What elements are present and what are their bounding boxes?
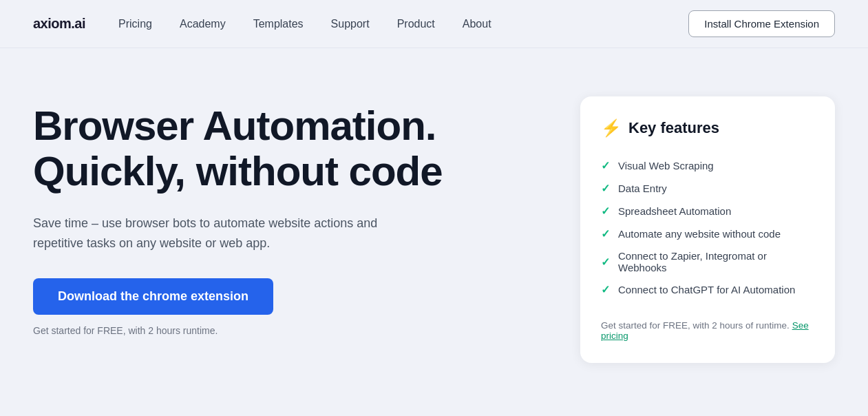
- feature-item: ✓Data Entry: [601, 177, 814, 200]
- feature-item: ✓Spreadsheet Automation: [601, 200, 814, 222]
- nav-links: PricingAcademyTemplatesSupportProductAbo…: [118, 18, 491, 30]
- hero-heading-line2: Quickly, without code: [33, 148, 443, 194]
- card-footer: Get started for FREE, with 2 hours of ru…: [601, 320, 814, 341]
- nav-link-templates[interactable]: Templates: [253, 18, 304, 30]
- feature-label: Automate any website without code: [618, 228, 781, 240]
- check-icon: ✓: [601, 283, 610, 296]
- check-icon: ✓: [601, 182, 610, 195]
- feature-item: ✓Visual Web Scraping: [601, 154, 814, 177]
- footer-text: Get started for FREE, with 2 hours of ru…: [601, 320, 790, 331]
- check-icon: ✓: [601, 205, 610, 218]
- feature-label: Connect to Zapier, Integromat or Webhook…: [618, 250, 814, 273]
- nav-link-support[interactable]: Support: [331, 18, 370, 30]
- free-label: Get started for FREE, with 2 hours runti…: [33, 325, 218, 336]
- check-icon: ✓: [601, 227, 610, 240]
- nav-link-about[interactable]: About: [463, 18, 491, 30]
- hero-heading: Browser Automation. Quickly, without cod…: [33, 103, 525, 194]
- card-title: Key features: [628, 119, 719, 137]
- card-header: ⚡ Key features: [601, 118, 814, 138]
- download-chrome-extension-button[interactable]: Download the chrome extension: [33, 278, 273, 315]
- nav-link-product[interactable]: Product: [397, 18, 435, 30]
- features-card: ⚡ Key features ✓Visual Web Scraping✓Data…: [580, 96, 835, 363]
- feature-item: ✓Connect to Zapier, Integromat or Webhoo…: [601, 245, 814, 278]
- logo[interactable]: axiom.ai: [33, 16, 85, 32]
- feature-label: Spreadsheet Automation: [618, 205, 731, 217]
- check-icon: ✓: [601, 256, 610, 269]
- feature-label: Visual Web Scraping: [618, 160, 714, 171]
- feature-label: Connect to ChatGPT for AI Automation: [618, 284, 795, 295]
- nav-link-pricing[interactable]: Pricing: [118, 18, 152, 30]
- hero-subtext: Save time – use browser bots to automate…: [33, 214, 391, 253]
- check-icon: ✓: [601, 159, 610, 172]
- hero-heading-line1: Browser Automation.: [33, 103, 436, 149]
- features-list: ✓Visual Web Scraping✓Data Entry✓Spreadsh…: [601, 154, 814, 301]
- feature-label: Data Entry: [618, 183, 667, 194]
- download-section: Download the chrome extension Get starte…: [33, 278, 525, 337]
- feature-item: ✓Connect to ChatGPT for AI Automation: [601, 278, 814, 301]
- install-chrome-extension-button[interactable]: Install Chrome Extension: [688, 10, 835, 37]
- navbar: axiom.ai PricingAcademyTemplatesSupportP…: [0, 0, 868, 48]
- hero-section: Browser Automation. Quickly, without cod…: [33, 90, 525, 337]
- main-content: Browser Automation. Quickly, without cod…: [0, 48, 868, 363]
- nav-left: axiom.ai PricingAcademyTemplatesSupportP…: [33, 16, 491, 32]
- feature-item: ✓Automate any website without code: [601, 222, 814, 245]
- lightning-icon: ⚡: [601, 118, 622, 138]
- nav-link-academy[interactable]: Academy: [180, 18, 226, 30]
